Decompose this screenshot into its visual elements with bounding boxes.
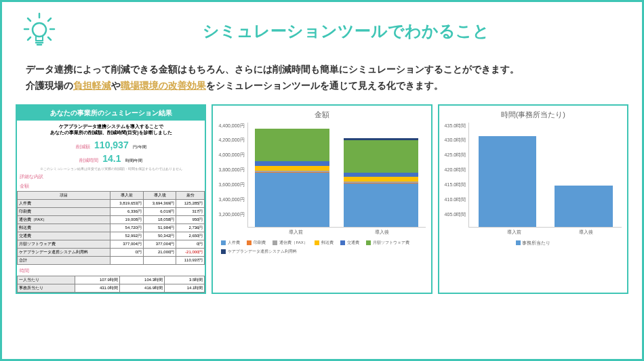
sim-value-savings: 削減額 110,937 円/年間: [17, 138, 205, 152]
page-title: シミュレーションツールでわかること: [70, 20, 622, 42]
sim-subtitle: ケアプランデータ連携システムを導入することであなたの事業所の削減額、削減時間(目…: [17, 121, 205, 138]
svg-line-6: [48, 37, 51, 40]
description: データ連携によって削減できる金額はもちろん、さらには削減時間も簡単にシミュレーシ…: [2, 55, 642, 101]
svg-line-1: [28, 18, 31, 21]
cost-table: 項目導入前導入後差分 人件費3,819,653円3,694,369円125,28…: [17, 191, 205, 265]
chart-title: 時間(事務所当たり): [445, 110, 622, 120]
lightbulb-icon: [22, 12, 56, 49]
chart-plot: [247, 123, 426, 228]
svg-line-2: [48, 18, 51, 21]
time-table: 一人当たり107.9時間104.3時間3.5時間事務所当たり431.0時間416…: [17, 276, 205, 293]
chart-title: 金額: [218, 110, 425, 120]
x-axis: 導入前導入後: [218, 229, 425, 236]
time-chart-panel: 時間(事務所当たり) 435.0時間430.0時間425.0時間420.0時間4…: [438, 104, 628, 294]
chart-legend: 人件費印刷費通信費（FAX）郵送費交通費月額ソフトウェア費ケアプランデータ連携シ…: [218, 240, 425, 255]
y-axis: 435.0時間430.0時間425.0時間420.0時間415.0時間410.0…: [445, 123, 469, 228]
svg-line-5: [28, 37, 31, 40]
y-axis: 4,400,000円4,200,000円4,000,000円3,800,000円…: [218, 123, 247, 228]
detail-label: 詳細な内訳: [17, 172, 205, 182]
x-axis: 導入前導入後: [445, 229, 622, 236]
chart-plot: [468, 123, 622, 228]
sim-header: あなたの事業所のシュミレーション結果: [17, 106, 205, 121]
sim-value-time: 削減時間 14.1 時間/年間: [17, 152, 205, 165]
cost-chart-panel: 金額 4,400,000円4,200,000円4,000,000円3,800,0…: [212, 104, 432, 294]
simulation-result-panel: あなたの事業所のシュミレーション結果 ケアプランデータ連携システムを導入すること…: [16, 104, 206, 294]
svg-point-7: [33, 23, 46, 37]
chart-legend: 事務所当たり: [445, 240, 622, 247]
